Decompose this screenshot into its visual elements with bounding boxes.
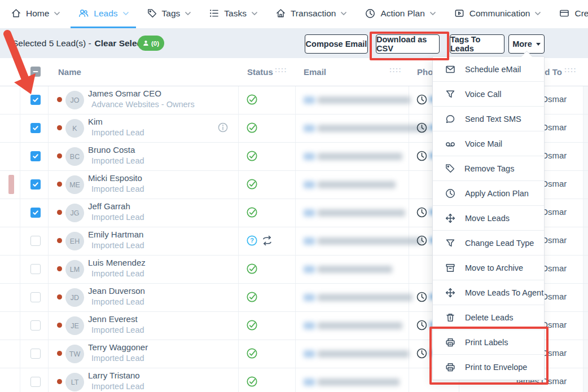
menu-item-send-text-sms[interactable]: Send Text SMS xyxy=(433,107,544,131)
status-cell xyxy=(246,150,258,162)
compose-email-button[interactable]: Compose Email xyxy=(305,34,368,54)
row-checkbox[interactable] xyxy=(30,208,41,218)
menu-item-move-leads-to-agent[interactable]: Move Leads To Agent xyxy=(433,280,544,305)
lead-name[interactable]: Jeff Garrah xyxy=(88,201,130,211)
lead-name[interactable]: Micki Esposito xyxy=(88,173,142,183)
lead-status-dot xyxy=(57,266,62,271)
printer-icon xyxy=(445,337,456,348)
lead-name[interactable]: Bruno Costa xyxy=(88,145,135,155)
avatar: K xyxy=(65,119,84,138)
row-checkbox[interactable] xyxy=(30,349,41,359)
chevron-down-icon xyxy=(185,12,191,15)
lead-subtitle: Imported Lead xyxy=(91,354,144,363)
chat-icon xyxy=(445,113,456,125)
avatar: TW xyxy=(65,345,84,363)
column-header-status[interactable]: Status xyxy=(247,58,273,86)
lead-name[interactable]: Jenn Everest xyxy=(88,314,138,324)
clock-icon xyxy=(416,122,428,134)
lead-name[interactable]: Kim xyxy=(88,117,103,126)
printer-icon xyxy=(445,362,456,373)
column-resize-handle[interactable]: :::: xyxy=(564,66,577,74)
clock-icon xyxy=(416,206,428,218)
lead-subtitle: Imported Lead xyxy=(91,128,144,137)
row-checkbox[interactable] xyxy=(30,123,41,133)
nav-item-tags[interactable]: Tags xyxy=(139,0,199,28)
row-checkbox[interactable] xyxy=(30,292,41,302)
nav-item-label: Home xyxy=(26,8,49,19)
row-checkbox[interactable] xyxy=(30,179,41,190)
lead-name[interactable]: Luis Menendez xyxy=(88,258,146,267)
column-resize-handle[interactable]: :::: xyxy=(275,66,287,74)
avatar: EH xyxy=(65,232,84,250)
column-header-email[interactable]: Email xyxy=(304,58,326,86)
menu-item-apply-action-plan[interactable]: Apply Action Plan xyxy=(433,181,544,206)
badge-count: (0) xyxy=(151,40,159,47)
lead-status-dot xyxy=(57,379,62,384)
nav-item-home[interactable]: Home xyxy=(3,0,67,28)
lead-name[interactable]: Terry Waggoner xyxy=(88,342,148,352)
check-circle-icon xyxy=(246,94,258,105)
menu-item-print-labels[interactable]: Print Labels xyxy=(433,330,544,355)
chevron-down-icon xyxy=(252,12,257,15)
tag-icon xyxy=(147,8,157,19)
info-icon[interactable] xyxy=(217,122,229,133)
nav-item-credits-phone-texting[interactable]: Credits, Phone & Texting xyxy=(551,0,588,28)
more-button-label: More xyxy=(512,39,532,49)
selected-count-text: Selected 5 Lead(s) - xyxy=(12,38,91,49)
nav-item-leads[interactable]: Leads xyxy=(71,0,135,28)
lead-name[interactable]: Jean Duverson xyxy=(88,286,145,296)
more-dropdown-menu: Schedule eMailVoice CallSend Text SMSVoi… xyxy=(432,56,545,380)
blurred-email xyxy=(304,294,413,301)
nav-item-transaction[interactable]: Transaction xyxy=(268,0,354,28)
svg-text:?: ? xyxy=(250,237,254,244)
nav-item-tasks[interactable]: Tasks xyxy=(201,0,265,28)
lead-name[interactable]: James Osmar CEO xyxy=(88,89,161,98)
menu-item-print-to-envelope[interactable]: Print to Envelope xyxy=(433,355,544,380)
menu-item-voice-call[interactable]: Voice Call xyxy=(433,82,544,107)
select-all-checkbox[interactable] xyxy=(30,67,41,77)
menu-item-voice-mail[interactable]: Voice Mail xyxy=(433,131,544,156)
tags-to-leads-button[interactable]: Tags To Leads xyxy=(450,34,504,54)
column-resize-handle[interactable]: :::: xyxy=(389,66,402,74)
clock-icon xyxy=(416,150,428,162)
menu-item-label: Apply Action Plan xyxy=(465,189,529,198)
menu-item-remove-tags[interactable]: Remove Tags xyxy=(433,156,544,181)
leads-page: HomeLeadsTagsTasksTransactionAction Plan… xyxy=(0,0,588,392)
status-cell xyxy=(246,178,258,190)
nav-item-action-plan[interactable]: Action Plan xyxy=(357,0,442,28)
selected-agents-badge[interactable]: (0) xyxy=(138,36,164,51)
check-circle-icon xyxy=(246,291,258,303)
row-checkbox[interactable] xyxy=(30,264,41,274)
lead-subtitle: Advance Websites - Owners xyxy=(91,100,195,109)
row-checkbox[interactable] xyxy=(30,377,41,387)
download-csv-button[interactable]: Download as CSV xyxy=(376,34,440,54)
blurred-email xyxy=(304,96,411,104)
funnel-icon xyxy=(445,89,456,100)
column-header-name[interactable]: Name xyxy=(58,58,81,86)
menu-item-change-lead-type[interactable]: Change Lead Type xyxy=(433,231,544,256)
row-checkbox[interactable] xyxy=(30,151,41,161)
nav-item-label: Tasks xyxy=(224,8,247,19)
status-cell xyxy=(246,206,258,218)
menu-item-label: Move Leads To Agent xyxy=(465,288,543,297)
row-checkbox[interactable] xyxy=(30,236,41,246)
clock-icon xyxy=(416,347,428,359)
lead-status-dot xyxy=(57,210,62,215)
blurred-email xyxy=(304,181,396,188)
menu-item-label: Voice Call xyxy=(465,90,501,99)
row-checkbox[interactable] xyxy=(30,320,41,331)
selection-summary: Selected 5 Lead(s) - Clear Selection xyxy=(12,28,158,58)
menu-item-move-to-archive[interactable]: Move to Archive xyxy=(433,256,544,280)
navbar: HomeLeadsTagsTasksTransactionAction Plan… xyxy=(0,0,588,28)
chevron-down-icon xyxy=(341,12,346,15)
lead-name[interactable]: Emily Hartman xyxy=(88,230,143,239)
blurred-email xyxy=(304,322,402,329)
help-circle-icon: ? xyxy=(246,235,258,246)
row-checkbox[interactable] xyxy=(30,95,41,105)
nav-item-communication[interactable]: Communication xyxy=(446,0,548,28)
menu-item-delete-leads[interactable]: Delete Leads xyxy=(433,305,544,330)
menu-item-label: Remove Tags xyxy=(464,164,514,173)
menu-item-move-leads[interactable]: Move Leads xyxy=(433,206,544,231)
lead-name[interactable]: Larry Tristano xyxy=(88,371,140,380)
lead-status-dot xyxy=(57,182,62,187)
